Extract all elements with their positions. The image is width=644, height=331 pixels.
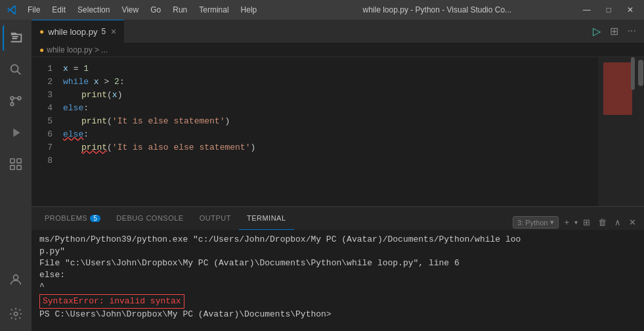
minimap-slider[interactable] [631, 57, 635, 90]
run-icon[interactable]: ▷ [590, 24, 603, 39]
add-terminal-button[interactable]: + [561, 216, 572, 229]
terminal-line-4: else: [39, 269, 636, 281]
editor-tab-while-loop[interactable]: ● while loop.py 5 × [32, 20, 124, 43]
code-editor[interactable]: 1 2 3 4 5 6 7 8 x = 1 while x > 2: print… [32, 57, 644, 206]
line-numbers: 1 2 3 4 5 6 7 8 [32, 57, 58, 206]
tab-bar: ● while loop.py 5 × ▷ ⊞ ··· [32, 20, 644, 43]
more-actions-icon[interactable]: ··· [625, 24, 639, 39]
activity-account[interactable] [3, 267, 29, 293]
add-terminal-chevron[interactable]: ▾ [574, 219, 578, 226]
titlebar: File Edit Selection View Go Run Terminal… [0, 0, 644, 20]
code-line-1: x = 1 [63, 62, 598, 76]
activity-bar [0, 20, 32, 331]
code-line-6: else: [63, 128, 598, 141]
titlebar-menu: File Edit Selection View Go Run Terminal… [22, 4, 295, 16]
code-line-8 [63, 154, 598, 167]
breadcrumb: ● while loop.py > ... [32, 43, 644, 57]
menu-view[interactable]: View [116, 4, 144, 16]
terminal-line-5: ^ [39, 281, 636, 293]
terminal-line-2: p.py" [39, 246, 636, 257]
breadcrumb-file-icon: ● [39, 45, 44, 55]
breadcrumb-path: while loop.py > ... [47, 45, 108, 55]
problems-badge: 5 [90, 215, 100, 222]
terminal-prompt: PS C:\Users\John\Dropbox\My PC (Avatar)\… [39, 309, 636, 320]
vscode-logo-icon [7, 5, 17, 15]
panel-tab-problems[interactable]: PROBLEMS 5 [37, 207, 108, 230]
code-content[interactable]: x = 1 while x > 2: print(x) else: print(… [58, 57, 598, 206]
svg-rect-10 [11, 166, 14, 169]
minimap-error-highlight [603, 62, 632, 115]
terminal-content[interactable]: ms/Python/Python39/python.exe "c:/Users/… [32, 230, 644, 331]
svg-marker-7 [13, 129, 20, 137]
minimap [598, 57, 637, 206]
syntax-error-text: SyntaxError: invalid syntax [43, 296, 181, 306]
panel-tab-terminal[interactable]: TERMINAL [239, 207, 294, 230]
code-line-2: while x > 2: [63, 76, 598, 89]
svg-rect-0 [12, 36, 18, 37]
code-line-5: print('It is else statement') [63, 115, 598, 128]
panel-area: PROBLEMS 5 DEBUG CONSOLE OUTPUT TERMINAL… [32, 206, 644, 331]
svg-point-4 [11, 97, 14, 100]
svg-point-13 [14, 312, 18, 316]
minimize-button[interactable]: — [579, 4, 595, 16]
panel-tab-output[interactable]: OUTPUT [192, 207, 239, 230]
activity-run-debug[interactable] [3, 120, 29, 146]
close-panel-button[interactable]: ✕ [626, 216, 639, 229]
activity-extensions[interactable] [3, 151, 29, 177]
menu-file[interactable]: File [22, 4, 45, 16]
terminal-line-3: File "c:\Users\John\Dropbox\My PC (Avata… [39, 257, 636, 269]
svg-point-2 [11, 65, 18, 72]
split-editor-icon[interactable]: ⊞ [607, 24, 621, 39]
tab-actions: ▷ ⊞ ··· [590, 24, 639, 39]
output-label: OUTPUT [200, 214, 231, 222]
window-controls: — □ ✕ [579, 4, 637, 16]
code-line-4: else: [63, 102, 598, 115]
terminal-line-1: ms/Python/Python39/python.exe "c:/Users/… [39, 234, 636, 246]
scrollbar-vertical[interactable] [637, 57, 644, 206]
editor-area: ● while loop.py 5 × ▷ ⊞ ··· ● while loop… [32, 20, 644, 331]
maximize-button[interactable]: □ [603, 4, 615, 16]
tab-modified-badge: 5 [101, 27, 106, 36]
panel-tabs: PROBLEMS 5 DEBUG CONSOLE OUTPUT TERMINAL… [32, 207, 644, 230]
syntax-error-highlight: SyntaxError: invalid syntax [39, 294, 184, 309]
svg-rect-9 [17, 159, 21, 163]
code-line-3: print(x) [63, 89, 598, 102]
activity-explorer[interactable] [3, 25, 29, 51]
maximize-panel-button[interactable]: ∧ [612, 216, 624, 229]
panel-tab-controls: 3: Python ▾ + ▾ ⊞ 🗑 ∧ ✕ [513, 216, 639, 229]
python-file-icon: ● [39, 27, 44, 36]
terminal-label: TERMINAL [247, 214, 286, 222]
menu-selection[interactable]: Selection [72, 4, 115, 16]
kill-terminal-button[interactable]: 🗑 [595, 216, 609, 229]
problems-label: PROBLEMS [45, 214, 87, 222]
activity-search[interactable] [3, 56, 29, 83]
activity-settings[interactable] [3, 301, 29, 327]
panel-tab-debug-console[interactable]: DEBUG CONSOLE [108, 207, 191, 230]
svg-point-12 [13, 275, 18, 280]
menu-go[interactable]: Go [145, 4, 166, 16]
menu-help[interactable]: Help [236, 4, 263, 16]
debug-console-label: DEBUG CONSOLE [116, 214, 183, 222]
terminal-name: 3: Python [517, 219, 547, 227]
split-terminal-button[interactable]: ⊞ [580, 216, 593, 229]
svg-rect-8 [11, 159, 14, 163]
activity-source-control[interactable] [3, 88, 29, 114]
svg-rect-11 [17, 166, 21, 169]
window-title: while loop.py - Python - Visual Studio C… [301, 5, 574, 14]
menu-edit[interactable]: Edit [47, 4, 71, 16]
svg-point-5 [11, 102, 14, 106]
code-line-7: print('It is also else statement') [63, 141, 598, 154]
tab-close-button[interactable]: × [111, 26, 116, 37]
close-button[interactable]: ✕ [623, 4, 637, 16]
terminal-dropdown-icon: ▾ [550, 218, 554, 227]
svg-line-3 [17, 71, 20, 74]
main-layout: ● while loop.py 5 × ▷ ⊞ ··· ● while loop… [0, 20, 644, 331]
tab-filename: while loop.py [48, 27, 97, 37]
menu-terminal[interactable]: Terminal [194, 4, 234, 16]
menu-run[interactable]: Run [167, 4, 192, 16]
terminal-error-box: SyntaxError: invalid syntax [39, 293, 636, 309]
svg-rect-1 [12, 38, 17, 39]
terminal-selector[interactable]: 3: Python ▾ [513, 216, 559, 229]
scrollbar-thumb[interactable] [638, 60, 643, 86]
